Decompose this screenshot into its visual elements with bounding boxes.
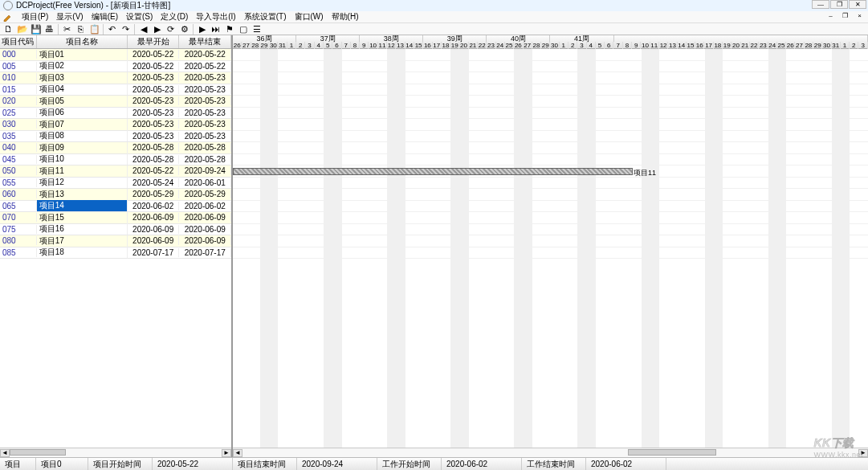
gantt-week-header: 36周	[233, 35, 296, 42]
gantt-row[interactable]	[233, 119, 868, 131]
box-icon[interactable]: ▢	[238, 24, 248, 35]
table-row[interactable]: 025项目062020-05-232020-05-23	[0, 108, 231, 120]
cell-id: 035	[0, 132, 37, 141]
gantt-row[interactable]	[233, 84, 868, 96]
gantt-row[interactable]	[233, 247, 868, 260]
table-row[interactable]: 030项目072020-05-232020-05-23	[0, 119, 231, 131]
table-row[interactable]: 075项目162020-06-092020-06-09	[0, 224, 231, 236]
table-row[interactable]: 045项目102020-05-282020-05-28	[0, 154, 231, 166]
gantt-row[interactable]	[233, 154, 868, 166]
gantt-row[interactable]	[233, 142, 868, 154]
menu-8[interactable]: 帮助(H)	[332, 11, 359, 22]
paste-icon[interactable]: 📋	[89, 24, 100, 35]
table-row[interactable]: 070项目152020-06-092020-06-09	[0, 212, 231, 224]
gantt-row[interactable]: 项目11	[233, 166, 868, 178]
scroll-right-icon[interactable]: ►	[858, 449, 868, 457]
table-row[interactable]: 055项目122020-05-242020-06-01	[0, 178, 231, 190]
gantt-row[interactable]	[233, 201, 868, 213]
mdi-minimize[interactable]: –	[824, 11, 837, 20]
gantt-row[interactable]	[233, 108, 868, 120]
gantt-body[interactable]: 项目11	[233, 49, 868, 448]
scroll-left-icon[interactable]: ◄	[233, 449, 242, 457]
table-row[interactable]: 015项目042020-05-232020-05-23	[0, 84, 231, 96]
gear-icon[interactable]: ⚙	[179, 24, 189, 35]
table-row[interactable]: 085项目182020-07-172020-07-17	[0, 247, 231, 260]
gantt-row[interactable]	[233, 131, 868, 143]
menu-3[interactable]: 设置(S)	[126, 11, 153, 22]
table-row[interactable]: 040项目092020-05-282020-05-28	[0, 142, 231, 154]
scroll-track[interactable]	[242, 449, 858, 457]
cell-id: 060	[0, 190, 37, 198]
col-header-id[interactable]: 项目代码	[0, 35, 37, 48]
table-row[interactable]: 065项目142020-06-022020-06-02	[0, 201, 231, 213]
menu-1[interactable]: 显示(V)	[56, 11, 83, 22]
menu-2[interactable]: 编辑(E)	[92, 11, 118, 22]
mdi-close[interactable]: ×	[853, 11, 866, 20]
table-row[interactable]: 020项目052020-05-232020-05-23	[0, 96, 231, 108]
table-row[interactable]: 080项目172020-06-092020-06-09	[0, 235, 231, 247]
scroll-thumb[interactable]	[628, 449, 716, 456]
refresh-icon[interactable]: ⟳	[165, 24, 176, 35]
scroll-track[interactable]	[10, 449, 222, 457]
minimize-button[interactable]: —	[812, 0, 829, 9]
cut-icon[interactable]: ✂	[62, 24, 72, 35]
gantt-day-header: 29	[813, 42, 822, 49]
menu-7[interactable]: 窗口(W)	[295, 11, 324, 22]
table-row[interactable]: 050项目112020-05-222020-09-24	[0, 166, 231, 178]
status-label: 项目	[0, 458, 36, 470]
toolbar-separator	[103, 24, 104, 35]
gantt-day-header: 9	[632, 42, 641, 49]
gantt-day-header: 3	[858, 42, 867, 49]
table-row[interactable]: 035项目082020-05-232020-05-23	[0, 131, 231, 143]
col-header-end[interactable]: 最早结束	[179, 35, 231, 48]
copy-icon[interactable]: ⎘	[75, 24, 86, 35]
menu-5[interactable]: 导入导出(I)	[196, 11, 235, 22]
step-icon[interactable]: ⏭	[210, 24, 221, 35]
save-icon[interactable]: 💾	[31, 24, 41, 35]
gantt-row[interactable]	[233, 235, 868, 247]
close-button[interactable]: ✕	[849, 0, 866, 9]
mdi-restore[interactable]: ❐	[838, 11, 852, 20]
cell-end: 2020-05-22	[179, 62, 231, 71]
print-icon[interactable]: 🖶	[44, 24, 55, 35]
gantt-row[interactable]	[233, 61, 868, 73]
maximize-button[interactable]: ❐	[830, 0, 848, 9]
gantt-row[interactable]	[233, 224, 868, 236]
menu-6[interactable]: 系统设置(T)	[244, 11, 287, 22]
scroll-thumb[interactable]	[10, 449, 66, 456]
arrow-left-icon[interactable]: ◀	[138, 24, 149, 35]
menu-4[interactable]: 定义(D)	[161, 11, 188, 22]
new-icon[interactable]: 🗋	[3, 24, 14, 35]
gantt-row[interactable]	[233, 212, 868, 224]
grid-hscrollbar[interactable]: ◄ ►	[0, 448, 231, 457]
flag-icon[interactable]: ⚑	[224, 24, 234, 35]
table-row[interactable]: 010项目032020-05-232020-05-23	[0, 72, 231, 84]
gantt-row[interactable]	[233, 72, 868, 84]
cell-end: 2020-05-22	[179, 50, 231, 59]
gantt-row[interactable]	[233, 189, 868, 201]
toolbar-separator	[193, 24, 194, 35]
gantt-row[interactable]	[233, 49, 868, 61]
cell-id: 085	[0, 248, 37, 257]
gantt-row[interactable]	[233, 96, 868, 108]
col-header-start[interactable]: 最早开始	[128, 35, 180, 48]
undo-icon[interactable]: ↶	[107, 24, 117, 35]
gantt-day-header: 13	[396, 42, 405, 49]
table-row[interactable]: 000项目012020-05-222020-05-22	[0, 49, 231, 61]
gantt-bar[interactable]: 项目11	[233, 168, 633, 175]
scroll-right-icon[interactable]: ►	[222, 449, 231, 457]
status-value: 2020-06-02	[442, 458, 522, 470]
status-value: 2020-09-24	[297, 458, 377, 470]
play-icon[interactable]: ▶	[197, 24, 207, 35]
bar-icon[interactable]: ☰	[251, 24, 262, 35]
open-icon[interactable]: 📂	[17, 24, 27, 35]
table-row[interactable]: 005项目022020-05-222020-05-22	[0, 61, 231, 73]
table-row[interactable]: 060项目132020-05-292020-05-29	[0, 189, 231, 201]
arrow-right-icon[interactable]: ▶	[152, 24, 162, 35]
scroll-left-icon[interactable]: ◄	[0, 449, 10, 457]
redo-icon[interactable]: ↷	[120, 24, 131, 35]
gantt-hscrollbar[interactable]: ◄ ►	[233, 448, 868, 457]
menu-0[interactable]: 项目(P)	[22, 11, 48, 22]
gantt-row[interactable]	[233, 178, 868, 190]
col-header-name[interactable]: 项目名称	[37, 35, 128, 48]
